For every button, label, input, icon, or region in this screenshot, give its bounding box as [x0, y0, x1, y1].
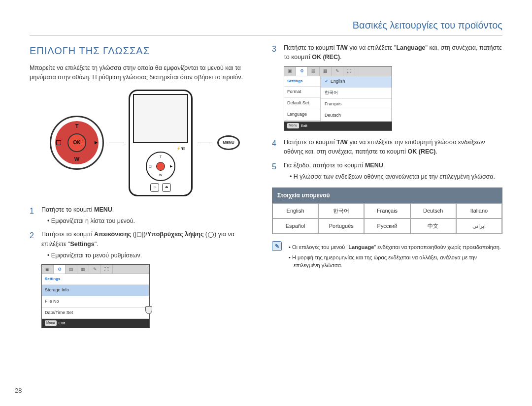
- step-number: 4: [272, 138, 279, 157]
- settings-row: Storage Info: [42, 285, 149, 296]
- submenu-item: Español: [272, 219, 318, 234]
- tab-icon: ⛶: [101, 265, 113, 274]
- submenu-item: English: [272, 203, 318, 219]
- tab-icon: ⛶: [343, 67, 355, 76]
- language-row: Deutsch: [321, 110, 392, 122]
- step-number: 5: [272, 161, 279, 182]
- submenu-item: Italiano: [456, 203, 502, 219]
- notes-box: ✎ Οι επιλογές του μενού "Language" ενδέχ…: [272, 241, 502, 270]
- note-1: Οι επιλογές του μενού "Language" ενδέχετ…: [289, 243, 502, 251]
- note-icon: ✎: [272, 241, 282, 251]
- page-header: Βασικές λειτουργίες του προϊόντος: [30, 20, 502, 35]
- exit-label: Exit: [301, 123, 307, 129]
- underwater-icon: [208, 232, 214, 238]
- step-number: 2: [30, 230, 36, 260]
- ok-button-icon: OK: [67, 133, 86, 152]
- camcorder-screen: [133, 94, 188, 143]
- submenu-item: Français: [364, 203, 410, 219]
- play-small-icon: ▷: [150, 183, 159, 192]
- menu-button-icon: MENU: [217, 135, 240, 150]
- menu-chip: Menu: [287, 123, 299, 128]
- dpad-control: OK T W ▶: [50, 116, 104, 170]
- step-2-bullet: Εμφανίζεται το μενού ρυθμίσεων.: [47, 251, 260, 260]
- step-3: 3 Πατήστε το κουμπί T/W για να επιλέξετε…: [272, 43, 502, 62]
- tab-icon: ▤: [66, 265, 77, 274]
- submenu-item: 한국어: [318, 203, 364, 219]
- right-column: 3 Πατήστε το κουμπί T/W για να επιλέξετε…: [272, 43, 502, 328]
- note-2: Η μορφή της ημερομηνίας και της ώρας ενδ…: [289, 253, 502, 270]
- left-column: ΕΠΙΛΟΓΗ ΤΗΣ ΓΛΩΣΣΑΣ Μπορείτε να επιλέξετ…: [30, 43, 260, 328]
- dpad-t-label: T: [75, 122, 79, 130]
- settings-screenshot-2: ▣ ⚙ ▤ ▦ ✎ ⛶ Settings Format Default Set …: [284, 66, 392, 131]
- language-row: 한국어: [321, 88, 392, 99]
- settings-row: Format: [284, 87, 320, 98]
- language-row: Français: [321, 99, 392, 110]
- intro-paragraph: Μπορείτε να επιλέξετε τη γλώσσα στην οπο…: [30, 63, 260, 83]
- submenu-item: ایرانی: [456, 219, 502, 234]
- dpad-w-label: W: [74, 155, 79, 163]
- tab-icon: ▤: [308, 67, 320, 76]
- tab-icon: ▦: [77, 265, 89, 274]
- settings-row: Language: [284, 109, 320, 121]
- menu-chip: Menu: [45, 320, 57, 326]
- step-5-bullet: Η γλώσσα των ενδείξεων οθόνης ανανεώνετα…: [290, 172, 502, 182]
- tab-settings-icon: ⚙: [54, 265, 66, 274]
- step-number: 1: [30, 205, 36, 226]
- tab-settings-icon: ⚙: [296, 67, 308, 76]
- device-illustration: OK T W ▶ ⚡/◧ T W ◻ ▶: [30, 90, 260, 196]
- submenu-title: Στοιχεία υπομενού: [272, 188, 502, 203]
- submenu-item: Português: [318, 219, 364, 234]
- tab-icon: ✎: [332, 67, 343, 76]
- step-5: 5 Για έξοδο, πατήστε το κουμπί MENU. Η γ…: [272, 161, 502, 182]
- tab-icon: ▦: [320, 67, 332, 76]
- submenu-table: Στοιχεία υπομενού English 한국어 Français D…: [272, 187, 502, 234]
- section-title: ΕΠΙΛΟΓΗ ΤΗΣ ΓΛΩΣΣΑΣ: [30, 43, 260, 59]
- dpad-right-icon: ▶: [95, 140, 98, 146]
- shield-icon: [145, 306, 152, 314]
- tab-icon: ✎: [89, 265, 101, 274]
- settings-header: Settings: [42, 274, 149, 284]
- check-icon: ✓: [325, 78, 329, 85]
- submenu-item: 中文: [410, 219, 456, 234]
- settings-row: Date/Time Set: [42, 308, 149, 319]
- mini-dpad: T W ◻ ▶: [146, 152, 175, 181]
- step-2: 2 Πατήστε το κουμπί Απεικόνισης (|◻|)/Υπ…: [30, 230, 260, 260]
- settings-header: Settings: [284, 76, 320, 87]
- settings-screenshot-1: ▣ ⚙ ▤ ▦ ✎ ⛶ Settings Storage Info File N…: [41, 264, 150, 328]
- step-1: 1 Πατήστε το κουμπί MENU. Εμφανίζεται η …: [30, 205, 260, 226]
- charge-icon: ⚡/◧: [176, 146, 185, 152]
- settings-row: Default Set: [284, 98, 320, 109]
- step-number: 3: [272, 43, 279, 62]
- submenu-item: Русский: [364, 219, 410, 234]
- exit-label: Exit: [59, 320, 65, 326]
- step-4: 4 Πατήστε το κουμπί T/W για να επιλέξετε…: [272, 138, 502, 157]
- step-1-bullet: Εμφανίζεται η λίστα του μενού.: [47, 217, 260, 226]
- dpad-left-icon: [56, 140, 61, 145]
- tab-icon: ▣: [42, 265, 54, 274]
- submenu-item: Deutsch: [410, 203, 456, 219]
- page-number: 28: [15, 387, 22, 394]
- camcorder-body: ⚡/◧ T W ◻ ▶ ▷ ⏏: [129, 90, 193, 196]
- language-row: ✓English: [321, 76, 392, 88]
- settings-row: File No: [42, 296, 149, 308]
- tab-icon: ▣: [284, 67, 296, 76]
- eject-small-icon: ⏏: [162, 183, 171, 192]
